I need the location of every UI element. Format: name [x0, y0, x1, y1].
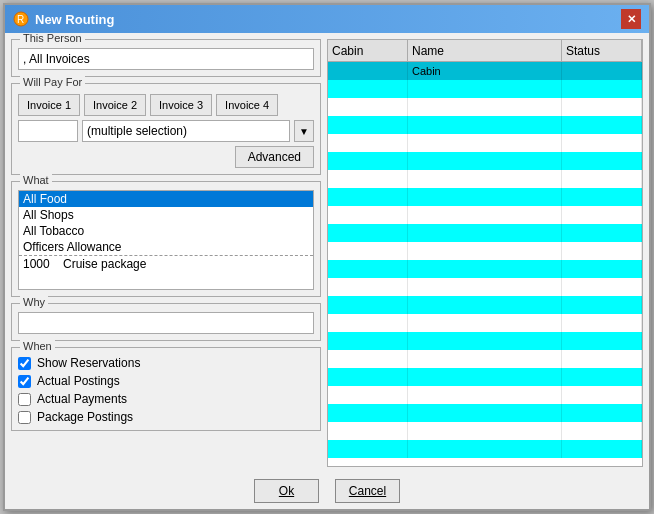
cell-status [562, 62, 642, 80]
cell-status [562, 440, 642, 458]
invoice4-button[interactable]: Invoice 4 [216, 94, 278, 116]
table-row [328, 350, 642, 368]
when-group: When Show Reservations Actual Postings A… [11, 347, 321, 431]
combo-dropdown-button[interactable]: ▼ [294, 120, 314, 142]
right-panel: Cabin Name Status Cabin [327, 39, 643, 467]
actual-payments-checkbox[interactable] [18, 393, 31, 406]
this-person-label: This Person [20, 33, 85, 44]
table-row [328, 152, 642, 170]
table-body: Cabin [328, 62, 642, 466]
header-name: Name [408, 40, 562, 61]
table-row [328, 80, 642, 98]
combo-row: (multiple selection) ▼ [18, 120, 314, 142]
cell-status [562, 368, 642, 386]
cell-name [408, 170, 562, 188]
new-routing-dialog: R New Routing ✕ This Person Will Pay For… [3, 3, 651, 511]
header-cabin: Cabin [328, 40, 408, 61]
ok-button[interactable]: Ok [254, 479, 319, 503]
cell-cabin [328, 242, 408, 260]
cell-cabin [328, 206, 408, 224]
dialog-body: This Person Will Pay For Invoice 1 Invoi… [5, 33, 649, 473]
package-postings-checkbox[interactable] [18, 411, 31, 424]
actual-payments-label: Actual Payments [37, 392, 127, 406]
cell-status [562, 278, 642, 296]
cell-status [562, 188, 642, 206]
table-row [328, 98, 642, 116]
package-postings-label: Package Postings [37, 410, 133, 424]
cell-status [562, 260, 642, 278]
cell-name [408, 422, 562, 440]
table-row [328, 368, 642, 386]
cell-name [408, 134, 562, 152]
list-item[interactable]: 1000 Cruise package [19, 255, 313, 272]
cancel-button[interactable]: Cancel [335, 479, 400, 503]
what-label: What [20, 174, 52, 186]
cell-name [408, 368, 562, 386]
this-person-group: This Person [11, 39, 321, 77]
actual-payments-row: Actual Payments [18, 392, 314, 406]
this-person-input[interactable] [18, 48, 314, 70]
close-button[interactable]: ✕ [621, 9, 641, 29]
bottom-buttons: Ok Cancel [5, 473, 649, 509]
show-reservations-label: Show Reservations [37, 356, 140, 370]
invoice1-button[interactable]: Invoice 1 [18, 94, 80, 116]
cell-cabin [328, 278, 408, 296]
table-header: Cabin Name Status [328, 40, 642, 62]
show-reservations-checkbox[interactable] [18, 357, 31, 370]
table-row [328, 116, 642, 134]
table-row: Cabin [328, 62, 642, 80]
cell-name [408, 332, 562, 350]
package-postings-row: Package Postings [18, 410, 314, 424]
table-row [328, 296, 642, 314]
cell-name [408, 224, 562, 242]
actual-postings-checkbox[interactable] [18, 375, 31, 388]
when-label: When [20, 340, 55, 352]
list-item[interactable]: All Food [19, 191, 313, 207]
cell-status [562, 422, 642, 440]
cell-cabin [328, 170, 408, 188]
cell-name [408, 296, 562, 314]
cell-cabin [328, 188, 408, 206]
invoice2-button[interactable]: Invoice 2 [84, 94, 146, 116]
cell-name [408, 440, 562, 458]
what-list[interactable]: All Food All Shops All Tobacco Officers … [18, 190, 314, 290]
advanced-button[interactable]: Advanced [235, 146, 314, 168]
cell-cabin [328, 116, 408, 134]
cell-name [408, 260, 562, 278]
svg-text:R: R [17, 14, 24, 25]
cell-name [408, 404, 562, 422]
cell-status [562, 386, 642, 404]
list-item[interactable]: All Tobacco [19, 223, 313, 239]
table-row [328, 188, 642, 206]
cell-cabin [328, 350, 408, 368]
cell-status [562, 170, 642, 188]
cell-cabin [328, 152, 408, 170]
cell-status [562, 98, 642, 116]
cell-name [408, 116, 562, 134]
table-row [328, 404, 642, 422]
cell-cabin [328, 368, 408, 386]
table-row [328, 170, 642, 188]
table-row [328, 134, 642, 152]
cell-status [562, 116, 642, 134]
advanced-row: Advanced [18, 146, 314, 168]
table-row [328, 224, 642, 242]
table-row [328, 278, 642, 296]
combo-input[interactable] [18, 120, 78, 142]
multiple-selection-text: (multiple selection) [87, 124, 187, 138]
table-row [328, 206, 642, 224]
actual-postings-label: Actual Postings [37, 374, 120, 388]
table-row [328, 242, 642, 260]
actual-postings-row: Actual Postings [18, 374, 314, 388]
why-input[interactable] [18, 312, 314, 334]
invoice-buttons-row: Invoice 1 Invoice 2 Invoice 3 Invoice 4 [18, 94, 314, 116]
list-item[interactable]: All Shops [19, 207, 313, 223]
title-bar: R New Routing ✕ [5, 5, 649, 33]
cell-cabin [328, 224, 408, 242]
cell-name [408, 80, 562, 98]
invoice3-button[interactable]: Invoice 3 [150, 94, 212, 116]
cell-name [408, 206, 562, 224]
list-item[interactable]: Officers Allowance [19, 239, 313, 255]
cell-name [408, 242, 562, 260]
will-pay-for-group: Will Pay For Invoice 1 Invoice 2 Invoice… [11, 83, 321, 175]
